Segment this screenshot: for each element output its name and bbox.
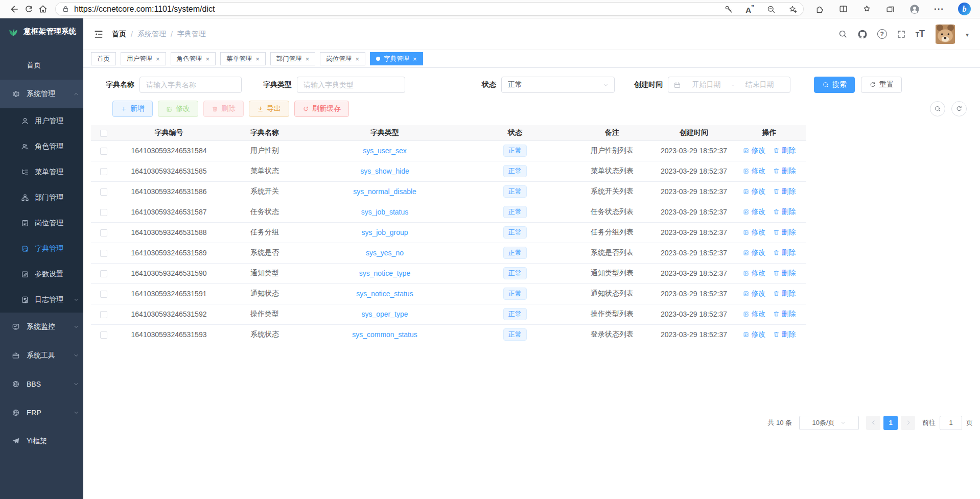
row-delete-link[interactable]: 删除	[773, 187, 796, 196]
sidebar-item-log-mgmt[interactable]: 日志管理	[0, 287, 83, 313]
row-edit-link[interactable]: 修改	[743, 228, 766, 237]
row-checkbox[interactable]	[100, 291, 107, 298]
github-icon[interactable]	[857, 29, 868, 39]
reset-button[interactable]: 重置	[861, 77, 902, 93]
row-checkbox[interactable]	[100, 148, 107, 155]
sidebar-item-bbs[interactable]: BBS	[0, 370, 83, 398]
tab-menu-mgmt[interactable]: 菜单管理	[220, 52, 266, 65]
row-delete-link[interactable]: 删除	[773, 248, 796, 257]
help-icon[interactable]	[877, 29, 887, 39]
row-delete-link[interactable]: 删除	[773, 207, 796, 217]
collapse-sidebar-icon[interactable]	[94, 29, 104, 39]
row-edit-link[interactable]: 修改	[743, 167, 766, 176]
next-page-button[interactable]	[901, 416, 915, 430]
sidebar-item-role-mgmt[interactable]: 角色管理	[0, 134, 83, 159]
zoom-out-icon[interactable]	[766, 5, 776, 14]
password-key-icon[interactable]	[724, 5, 733, 14]
row-checkbox[interactable]	[100, 229, 107, 236]
avatar-dropdown-caret-icon[interactable]	[966, 30, 969, 39]
row-checkbox[interactable]	[100, 331, 107, 339]
current-page[interactable]: 1	[883, 416, 898, 430]
row-delete-link[interactable]: 删除	[773, 289, 796, 298]
refresh-table-button[interactable]	[951, 101, 967, 116]
dict-type-link[interactable]: sys_oper_type	[361, 310, 408, 318]
tab-dict-mgmt[interactable]: 字典管理	[370, 52, 423, 65]
row-delete-link[interactable]: 删除	[773, 310, 796, 319]
sidebar-item-system-tools[interactable]: 系统工具	[0, 341, 83, 370]
sidebar-item-system-monitor[interactable]: 系统监控	[0, 313, 83, 341]
font-size-icon[interactable]	[916, 29, 925, 39]
date-range-picker[interactable]: 开始日期 - 结束日期	[668, 77, 790, 93]
tab-role-mgmt[interactable]: 角色管理	[171, 52, 216, 65]
dict-type-link[interactable]: sys_yes_no	[366, 249, 404, 257]
add-favorite-icon[interactable]	[788, 5, 797, 14]
export-button[interactable]: 导出	[249, 101, 289, 117]
browser-home-button[interactable]	[36, 2, 50, 16]
row-edit-link[interactable]: 修改	[743, 269, 766, 278]
extensions-icon[interactable]	[815, 4, 825, 14]
close-tab-icon[interactable]	[206, 56, 210, 62]
row-checkbox[interactable]	[100, 311, 107, 318]
browser-refresh-button[interactable]	[21, 2, 36, 16]
row-edit-link[interactable]: 修改	[743, 248, 766, 257]
row-delete-link[interactable]: 删除	[773, 269, 796, 278]
tab-dept-mgmt[interactable]: 部门管理	[270, 52, 316, 65]
row-edit-link[interactable]: 修改	[743, 187, 766, 196]
tab-home[interactable]: 首页	[91, 52, 116, 65]
row-checkbox[interactable]	[100, 270, 107, 277]
prev-page-button[interactable]	[866, 416, 880, 430]
row-checkbox[interactable]	[100, 188, 107, 196]
row-checkbox[interactable]	[100, 209, 107, 216]
dict-type-link[interactable]: sys_common_status	[352, 330, 417, 339]
close-tab-icon[interactable]	[355, 56, 359, 62]
row-delete-link[interactable]: 删除	[773, 167, 796, 176]
row-edit-link[interactable]: 修改	[743, 289, 766, 298]
row-delete-link[interactable]: 删除	[773, 146, 796, 155]
row-edit-link[interactable]: 修改	[743, 310, 766, 319]
sidebar-item-home[interactable]: 首页	[0, 51, 83, 80]
row-checkbox[interactable]	[100, 168, 107, 175]
close-tab-icon[interactable]	[413, 56, 417, 62]
read-aloud-icon[interactable]: A	[745, 4, 754, 14]
row-delete-link[interactable]: 删除	[773, 228, 796, 237]
sidebar-item-dept-mgmt[interactable]: 部门管理	[0, 185, 83, 210]
tab-user-mgmt[interactable]: 用户管理	[121, 52, 166, 65]
copilot-icon[interactable]	[958, 3, 971, 15]
dict-type-link[interactable]: sys_show_hide	[360, 167, 409, 175]
sidebar-item-system-mgmt[interactable]: 系统管理	[0, 80, 83, 108]
sidebar-item-erp[interactable]: ERP	[0, 398, 83, 427]
browser-back-button[interactable]	[7, 2, 21, 16]
edit-button[interactable]: 修改	[158, 101, 198, 117]
dict-type-input[interactable]	[297, 77, 405, 93]
close-tab-icon[interactable]	[156, 56, 160, 62]
row-checkbox[interactable]	[100, 250, 107, 257]
sidebar-item-post-mgmt[interactable]: 岗位管理	[0, 210, 83, 236]
split-screen-icon[interactable]	[838, 4, 848, 14]
dict-type-link[interactable]: sys_user_sex	[363, 147, 407, 155]
search-button[interactable]: 搜索	[814, 77, 855, 93]
add-button[interactable]: 新增	[112, 101, 153, 117]
dict-type-link[interactable]: sys_job_status	[361, 208, 409, 216]
address-bar[interactable]: A	[55, 2, 804, 16]
sidebar-item-param-settings[interactable]: 参数设置	[0, 262, 83, 287]
breadcrumb-home[interactable]: 首页	[112, 30, 126, 39]
dict-type-link[interactable]: sys_job_group	[361, 228, 408, 236]
sidebar-item-user-mgmt[interactable]: 用户管理	[0, 108, 83, 134]
url-input[interactable]	[74, 5, 724, 14]
dict-type-link[interactable]: sys_notice_status	[356, 290, 413, 298]
sidebar-item-menu-mgmt[interactable]: 菜单管理	[0, 159, 83, 185]
delete-button[interactable]: 删除	[203, 101, 244, 117]
profile-avatar-icon[interactable]	[909, 4, 920, 15]
close-tab-icon[interactable]	[255, 56, 260, 62]
status-select[interactable]: 正常	[501, 77, 615, 93]
tab-post-mgmt[interactable]: 岗位管理	[320, 52, 365, 65]
search-icon[interactable]	[838, 29, 848, 39]
row-edit-link[interactable]: 修改	[743, 146, 766, 155]
dict-name-input[interactable]	[139, 77, 242, 93]
dict-type-link[interactable]: sys_notice_type	[359, 269, 410, 277]
select-all-checkbox[interactable]	[100, 130, 107, 137]
fullscreen-icon[interactable]	[897, 30, 906, 39]
refresh-cache-button[interactable]: 刷新缓存	[294, 101, 349, 117]
sidebar-item-yi-framework[interactable]: Yi框架	[0, 427, 83, 456]
breadcrumb-system[interactable]: 系统管理	[137, 30, 166, 39]
